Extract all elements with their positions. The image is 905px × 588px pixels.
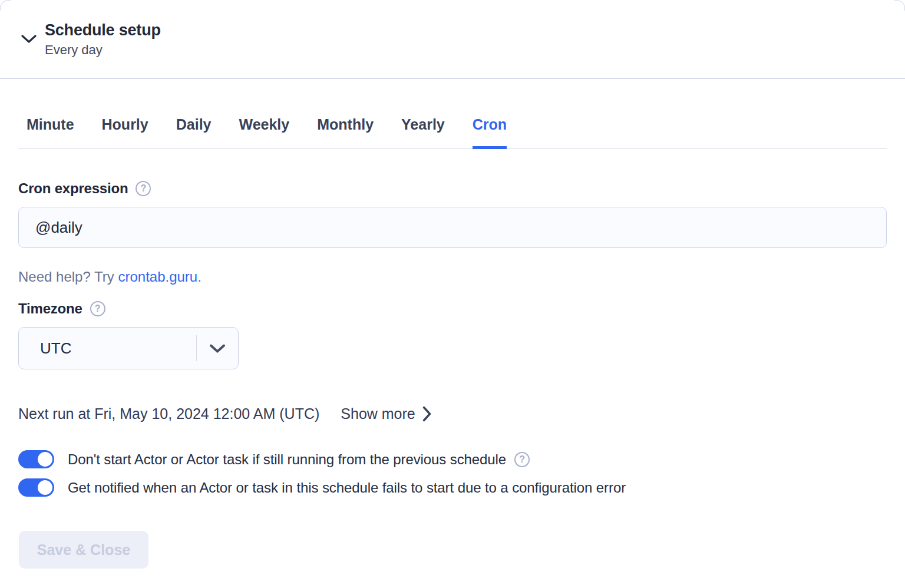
schedule-setup-header: Schedule setup Every day [0,0,905,79]
cron-help-text: Need help? Try crontab.guru. [18,268,887,286]
tab-minute[interactable]: Minute [27,115,74,149]
timezone-select[interactable]: UTC [18,327,239,369]
dont-start-toggle-label: Don't start Actor or Actor task if still… [68,450,506,468]
next-run-text: Next run at Fri, May 10, 2024 12:00 AM (… [18,405,319,422]
schedule-setup-body: Minute Hourly Daily Weekly Monthly Yearl… [0,115,905,569]
schedule-type-tabs: Minute Hourly Daily Weekly Monthly Yearl… [18,115,887,149]
cron-expression-input[interactable] [18,207,887,248]
timezone-selected-value: UTC [19,339,196,358]
page-title: Schedule setup [45,20,161,40]
chevron-down-icon [197,344,238,353]
toggle-knob [38,480,52,495]
timezone-label: Timezone [18,300,82,318]
toggle-options: Don't start Actor or Actor task if still… [18,450,887,497]
cron-help-prefix: Need help? Try [18,269,118,285]
toggle-knob [38,452,52,467]
save-close-button[interactable]: Save & Close [19,531,148,569]
timezone-help-icon[interactable] [90,301,105,316]
tab-cron[interactable]: Cron [473,115,507,149]
cron-expression-label: Cron expression [18,180,128,197]
toggle-row-notify: Get notified when an Actor or task in th… [18,478,887,497]
tab-monthly[interactable]: Monthly [317,115,374,149]
cron-help-suffix: . [197,269,202,285]
page-subtitle: Every day [45,42,161,58]
show-more-label: Show more [341,405,415,422]
cron-expression-help-icon[interactable] [136,181,151,196]
crontab-guru-link[interactable]: crontab.guru [118,269,197,285]
show-more-button[interactable]: Show more [341,405,431,422]
dont-start-help-icon[interactable] [514,452,530,467]
tab-daily[interactable]: Daily [176,115,212,149]
chevron-right-icon [422,406,431,422]
tab-weekly[interactable]: Weekly [239,115,290,149]
tab-hourly[interactable]: Hourly [102,115,148,149]
notify-toggle-label: Get notified when an Actor or task in th… [68,478,626,497]
dont-start-toggle[interactable] [18,450,54,468]
toggle-row-dont-start: Don't start Actor or Actor task if still… [18,450,887,468]
collapse-chevron-down-icon[interactable] [19,29,39,49]
tab-yearly[interactable]: Yearly [401,115,445,149]
notify-toggle[interactable] [18,478,54,497]
